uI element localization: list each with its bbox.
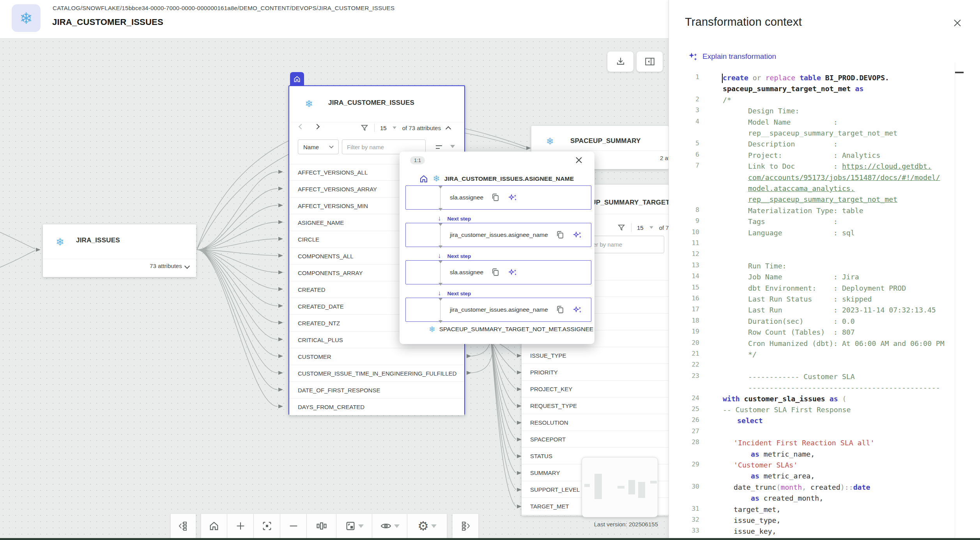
bottom-strip xyxy=(0,538,980,540)
line-number: 11 xyxy=(677,239,699,247)
attribute-row[interactable]: DAYS_FROM_CREATED xyxy=(289,399,464,415)
snowflake-icon: ❄ xyxy=(305,98,313,109)
explain-transformation-button[interactable]: Explain transformation xyxy=(688,51,776,62)
zoom-in-button[interactable] xyxy=(227,514,254,538)
line-number: 19 xyxy=(677,328,699,335)
attribute-row[interactable]: PROJECT_KEY xyxy=(522,381,669,397)
panel-title: Transformation context xyxy=(685,16,802,28)
line-number: 24 xyxy=(677,394,699,402)
page-size[interactable]: 15 xyxy=(380,125,387,131)
line-number: 33 xyxy=(677,527,699,534)
node-title: JIRA_ISSUES xyxy=(76,236,120,244)
lineage-step-box[interactable]: jira_customer_issues.asignee_name xyxy=(405,223,591,247)
prev-page-icon[interactable] xyxy=(299,124,304,129)
close-icon[interactable] xyxy=(953,19,962,27)
lineage-step-box[interactable]: sla.assignee xyxy=(405,260,591,284)
copy-icon[interactable] xyxy=(555,305,565,314)
attribute-row[interactable]: SPACEPORT xyxy=(522,431,669,448)
ai-sparkle-icon[interactable] xyxy=(572,305,582,315)
line-number: 32 xyxy=(677,516,699,523)
line-number: 20 xyxy=(677,339,699,346)
fit-view-button[interactable] xyxy=(254,514,280,538)
expand-upstream-button[interactable] xyxy=(170,514,196,538)
line-number: 17 xyxy=(677,305,699,313)
line-number: 28 xyxy=(677,438,699,446)
step-expression: sla.assignee xyxy=(450,194,483,201)
line-number: 21 xyxy=(677,350,699,357)
snowflake-icon: ❄ xyxy=(56,236,64,248)
line-number: 25 xyxy=(677,405,699,413)
lineage-step-popup[interactable]: 1:1 ❄ JIRA_CUSTOMER_ISSUES.ASIGNEE_NAME … xyxy=(400,152,594,344)
eye-icon xyxy=(380,521,392,531)
sql-code-view[interactable]: 1create or replace table BI_PROD.DEVOPS.… xyxy=(669,72,980,538)
collapse-icon[interactable] xyxy=(446,126,451,132)
zoom-out-button[interactable] xyxy=(280,514,307,538)
snowflake-source-icon: ❄ xyxy=(12,4,41,32)
lineage-step-box[interactable]: sla.assignee xyxy=(405,185,591,210)
node-jira-issues[interactable]: ❄ JIRA_ISSUES 73 attributes xyxy=(43,224,196,277)
next-step-label: ↓Next step xyxy=(438,252,471,260)
visibility-button[interactable] xyxy=(372,514,407,538)
copy-icon[interactable] xyxy=(555,230,565,240)
attribute-row[interactable]: ISSUE_TYPE xyxy=(522,347,669,364)
line-number: 13 xyxy=(677,261,699,269)
line-number: 18 xyxy=(677,317,699,324)
distribute-icon xyxy=(316,521,327,531)
attributes-summary[interactable]: 2 attributes xyxy=(660,155,669,161)
settings-button[interactable]: ⚙ xyxy=(407,514,447,538)
attributes-count: of 73 attributes xyxy=(659,224,669,231)
line-number: 12 xyxy=(677,250,699,258)
attributes-count: of 73 attributes xyxy=(402,125,441,131)
page-size[interactable]: 15 xyxy=(637,224,644,231)
toggle-panel-button[interactable] xyxy=(637,51,663,72)
download-button[interactable] xyxy=(607,51,633,72)
line-number: 9 xyxy=(677,217,699,224)
next-page-icon[interactable] xyxy=(314,124,320,129)
fit-screen-icon xyxy=(262,521,272,531)
home-icon xyxy=(209,521,219,531)
group-view-button[interactable] xyxy=(336,514,372,538)
snowflake-icon: ❄ xyxy=(546,136,554,147)
copy-icon[interactable] xyxy=(491,268,500,277)
home-icon[interactable] xyxy=(419,174,428,184)
filter-icon[interactable] xyxy=(360,124,369,132)
filter-icon[interactable] xyxy=(617,223,626,232)
attribute-row[interactable]: DATE_OF_FIRST_RESPONSE xyxy=(289,382,464,399)
copy-icon[interactable] xyxy=(491,193,500,202)
line-number: 16 xyxy=(677,295,699,302)
attributes-summary[interactable]: 73 attributes xyxy=(150,263,189,269)
snowflake-icon: ❄ xyxy=(429,325,435,334)
collapse-panel-icon xyxy=(644,56,655,67)
minimap[interactable] xyxy=(582,457,658,517)
layout-button[interactable] xyxy=(307,514,336,538)
transformation-context-panel: Transformation context Explain transform… xyxy=(669,0,980,540)
line-number: 5 xyxy=(677,139,699,147)
attribute-row[interactable]: CUSTOMER xyxy=(289,348,464,365)
ai-sparkle-icon xyxy=(688,51,698,62)
attribute-row[interactable]: REQUEST_TYPE xyxy=(522,397,669,414)
ai-sparkle-icon[interactable] xyxy=(572,230,582,240)
home-icon xyxy=(293,75,301,83)
text-cursor xyxy=(722,74,723,83)
line-number: 10 xyxy=(677,228,699,236)
home-button[interactable] xyxy=(201,514,227,538)
sort-icon[interactable] xyxy=(434,143,444,152)
ai-sparkle-icon[interactable] xyxy=(508,267,518,277)
line-number: 31 xyxy=(677,505,699,512)
plus-icon xyxy=(235,521,246,531)
name-filter-select[interactable]: Name xyxy=(298,139,339,154)
lineage-canvas[interactable]: ❄ JIRA_ISSUES 73 attributes ❄ SPACEUP_SU… xyxy=(0,38,669,538)
line-number: 8 xyxy=(677,206,699,214)
close-icon[interactable] xyxy=(575,156,583,164)
cardinality-badge: 1:1 xyxy=(410,156,425,164)
attribute-row[interactable]: CUSTOMER_ISSUE_TIME_IN_ENGINEERING_FULFI… xyxy=(289,365,464,382)
home-tab[interactable] xyxy=(290,72,304,86)
line-number: 3 xyxy=(677,106,699,114)
breadcrumb[interactable]: CATALOG/SNOWFLAKE/15bbce34-0000-7000-000… xyxy=(53,5,394,11)
gear-icon: ⚙ xyxy=(417,520,429,532)
lineage-step-box[interactable]: jira_customer_issues.asignee_name xyxy=(405,298,591,322)
expand-downstream-button[interactable] xyxy=(452,514,479,538)
ai-sparkle-icon[interactable] xyxy=(508,192,518,203)
attribute-row[interactable]: PRIORITY xyxy=(522,364,669,381)
attribute-row[interactable]: RESOLUTION xyxy=(522,414,669,431)
